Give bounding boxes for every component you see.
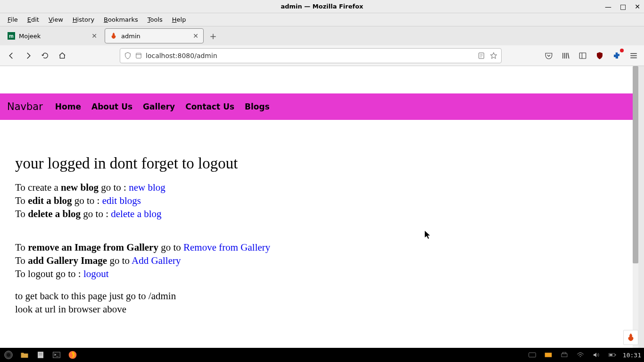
window-maximize-button[interactable]: □ [620, 3, 626, 10]
terminal-icon[interactable]: >_ [51, 349, 62, 361]
window-controls: — □ ✕ [605, 3, 640, 10]
file-manager-icon[interactable] [19, 349, 30, 361]
svg-rect-31 [610, 354, 612, 356]
menu-file[interactable]: File [4, 14, 22, 25]
tab-bar: m Mojeek ✕ admin ✕ + [0, 26, 644, 45]
svg-text:m: m [9, 33, 14, 39]
window-titlebar: admin — Mozilla Firefox — □ ✕ [0, 0, 644, 13]
tab-close-icon[interactable]: ✕ [91, 32, 97, 40]
tab-close-icon[interactable]: ✕ [193, 32, 198, 40]
taskbar: >_ 10:31 [0, 348, 644, 362]
window-close-button[interactable]: ✕ [635, 3, 640, 10]
add-gallery-line: To add Gallery Image go to Add Gallery [15, 254, 623, 267]
nav-forward-button[interactable] [22, 49, 35, 62]
svg-rect-28 [563, 353, 566, 354]
svg-point-18 [7, 353, 10, 357]
edit-blog-line: To edit a blog go to : edit blogs [15, 194, 623, 207]
sidebar-toggle-icon[interactable] [577, 50, 588, 61]
nav-link-blogs[interactable]: Blogs [245, 102, 270, 111]
tab-label: admin [121, 33, 140, 40]
delete-blog-line: To delete a blog go to : delete a blog [15, 207, 623, 220]
menu-edit[interactable]: Edit [24, 14, 43, 25]
delete-blog-link[interactable]: delete a blog [111, 208, 161, 219]
svg-text:>_: >_ [54, 353, 59, 357]
pocket-icon[interactable] [543, 50, 554, 61]
text-editor-icon[interactable] [35, 349, 46, 361]
firefox-taskbar-icon[interactable] [67, 349, 78, 361]
url-text[interactable]: localhost:8080/admin [146, 52, 474, 59]
footer-line-1: to get back to this page just go to /adm… [15, 289, 623, 303]
svg-rect-27 [561, 354, 567, 357]
hamburger-menu-icon[interactable] [628, 50, 639, 61]
codeigniter-favicon-icon [110, 32, 117, 40]
menu-bookmarks[interactable]: Bookmarks [100, 14, 142, 25]
new-blog-link[interactable]: new blog [129, 182, 165, 193]
viewport-scrollbar[interactable] [633, 66, 638, 348]
toolbar: localhost:8080/admin [0, 45, 644, 66]
taskbar-clock[interactable]: 10:31 [623, 352, 641, 359]
page-heading: your logged in dont forget to logout [15, 153, 623, 174]
svg-rect-26 [545, 353, 552, 357]
bookmark-star-icon[interactable] [490, 52, 497, 59]
menu-view[interactable]: View [45, 14, 67, 25]
nav-link-contact[interactable]: Contact Us [185, 102, 234, 111]
viewport: Navbar Home About Us Gallery Contact Us … [0, 66, 638, 348]
tray-battery-icon[interactable] [607, 349, 618, 361]
tray-display-icon[interactable] [543, 349, 554, 361]
tray-volume-icon[interactable] [591, 349, 602, 361]
shield-icon[interactable] [124, 52, 132, 59]
page-info-icon[interactable] [135, 52, 142, 59]
tab-admin[interactable]: admin ✕ [105, 28, 204, 43]
tray-wifi-icon[interactable] [575, 349, 586, 361]
add-gallery-link[interactable]: Add Gallery [132, 255, 181, 266]
remove-gallery-line: To remove an Image from Gallery go to Re… [15, 241, 623, 254]
new-tab-button[interactable]: + [206, 29, 220, 42]
start-menu-icon[interactable] [3, 349, 14, 361]
reader-mode-icon[interactable] [478, 52, 485, 59]
create-blog-line: To create a new blog go to : new blog [15, 181, 623, 194]
logout-link[interactable]: logout [83, 268, 109, 279]
footer-line-2: look at url in browser above [15, 303, 623, 316]
nav-link-home[interactable]: Home [55, 102, 81, 111]
nav-back-button[interactable] [5, 49, 18, 62]
menu-history[interactable]: History [69, 14, 98, 25]
scrollbar-thumb[interactable] [633, 66, 638, 263]
navbar-brand[interactable]: Navbar [7, 101, 43, 112]
menubar: File Edit View History Bookmarks Tools H… [0, 13, 644, 26]
svg-rect-12 [579, 53, 586, 59]
window-minimize-button[interactable]: — [605, 3, 611, 10]
ublock-icon[interactable] [594, 50, 605, 61]
svg-rect-25 [529, 353, 536, 357]
tray-printer-icon[interactable] [559, 349, 570, 361]
nav-home-button[interactable] [56, 49, 69, 62]
menu-help[interactable]: Help [168, 14, 190, 25]
toolbar-right [543, 50, 639, 61]
menu-tools[interactable]: Tools [144, 14, 166, 25]
svg-rect-2 [136, 53, 141, 58]
nav-link-gallery[interactable]: Gallery [143, 102, 175, 111]
window-title: admin — Mozilla Firefox [281, 3, 363, 10]
mojeek-favicon-icon: m [8, 32, 15, 40]
page-navbar: Navbar Home About Us Gallery Contact Us … [0, 93, 638, 120]
nav-link-about[interactable]: About Us [91, 102, 132, 111]
extension-icon[interactable] [611, 50, 622, 61]
taskbar-system-tray: 10:31 [527, 349, 641, 361]
tray-keyboard-icon[interactable] [527, 349, 538, 361]
library-icon[interactable] [560, 50, 571, 61]
svg-line-11 [568, 53, 569, 59]
codeigniter-debug-badge[interactable] [623, 330, 638, 345]
tab-label: Mojeek [19, 33, 41, 40]
page-body: your logged in dont forget to logout To … [0, 120, 638, 335]
tab-mojeek[interactable]: m Mojeek ✕ [3, 28, 102, 43]
remove-gallery-link[interactable]: Remove from Gallery [183, 242, 270, 253]
svg-rect-30 [615, 354, 616, 355]
page-top-spacer [0, 66, 638, 93]
nav-reload-button[interactable] [39, 49, 52, 62]
edit-blogs-link[interactable]: edit blogs [102, 195, 141, 206]
url-bar[interactable]: localhost:8080/admin [120, 48, 502, 63]
logout-line: To logout go to : logout [15, 267, 623, 280]
